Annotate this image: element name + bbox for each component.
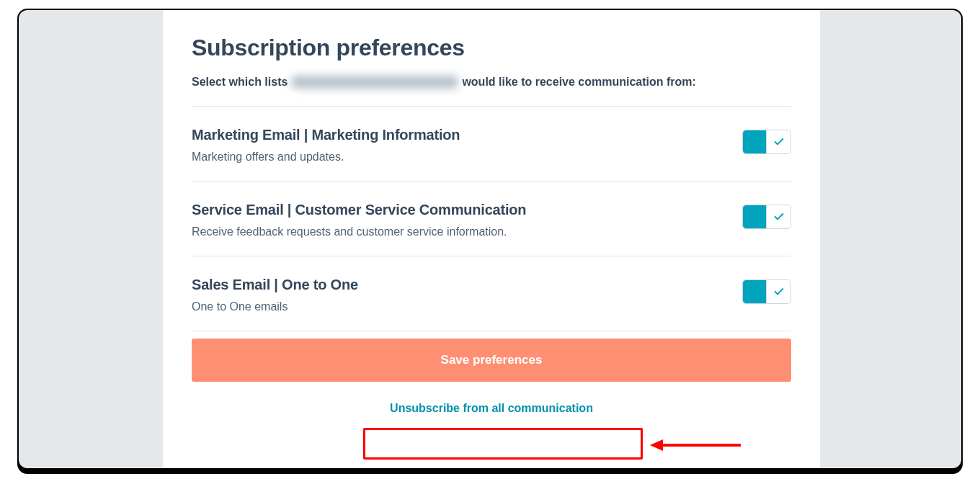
pref-text: Marketing Email | Marketing Information … (192, 127, 742, 164)
pref-title: Service Email | Customer Service Communi… (192, 202, 728, 218)
toggle-knob (766, 205, 790, 228)
pref-desc: One to One emails (192, 300, 728, 313)
redacted-email (292, 76, 458, 89)
preferences-panel: Subscription preferences Select which li… (163, 10, 820, 468)
toggle-knob (766, 130, 790, 153)
pref-desc: Marketing offers and updates. (192, 151, 728, 164)
check-icon (773, 286, 785, 297)
pref-desc: Receive feedback requests and customer s… (192, 225, 728, 238)
lead-text: Select which lists would like to receive… (192, 76, 791, 89)
lead-prefix: Select which lists (192, 76, 288, 89)
save-button[interactable]: Save preferences (192, 339, 791, 382)
lead-suffix: would like to receive communication from… (462, 76, 696, 89)
pref-row-sales: Sales Email | One to One One to One emai… (192, 256, 791, 331)
check-icon (773, 211, 785, 223)
toggle-sales[interactable] (742, 279, 791, 304)
toggle-service[interactable] (742, 205, 791, 229)
unsubscribe-link[interactable]: Unsubscribe from all communication (373, 395, 610, 422)
check-icon (773, 136, 785, 148)
toggle-marketing[interactable] (742, 130, 791, 154)
toggle-track (743, 130, 769, 153)
pref-title: Sales Email | One to One (192, 277, 728, 293)
toggle-track (743, 205, 769, 228)
pref-row-marketing: Marketing Email | Marketing Information … (192, 107, 791, 182)
pref-row-service: Service Email | Customer Service Communi… (192, 182, 791, 256)
app-frame: Subscription preferences Select which li… (17, 9, 963, 470)
page-title: Subscription preferences (192, 35, 791, 61)
toggle-track (743, 280, 769, 303)
pref-title: Marketing Email | Marketing Information (192, 127, 728, 143)
pref-text: Sales Email | One to One One to One emai… (192, 277, 742, 313)
toggle-knob (766, 280, 790, 303)
unsubscribe-wrap: Unsubscribe from all communication (192, 395, 791, 422)
pref-text: Service Email | Customer Service Communi… (192, 202, 742, 238)
content-area: Subscription preferences Select which li… (163, 10, 820, 422)
